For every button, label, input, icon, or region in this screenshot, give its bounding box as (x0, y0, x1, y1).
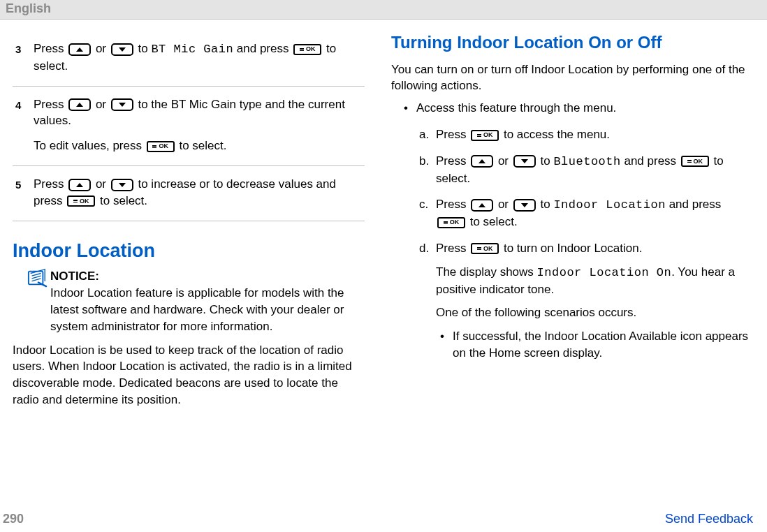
menu-ok-key-icon: OK (67, 195, 95, 207)
mono-text: Indoor Location On (537, 266, 672, 279)
notice-label: NOTICE: (50, 268, 365, 285)
step-item: 3Press or to BT Mic Gain and press OK to… (13, 31, 365, 87)
up-arrow-key-icon (68, 43, 91, 56)
step-body: Press or to the BT Mic Gain type and the… (34, 96, 362, 154)
notice-icon (27, 268, 50, 293)
ok-key-label: OK (483, 246, 493, 252)
sub-step-body: Press or to Indoor Location and press OK… (436, 196, 749, 230)
page-header: English (0, 0, 767, 20)
menu-glyph-icon (73, 200, 78, 202)
inner-bullet-item: •If successful, the Indoor Location Avai… (440, 328, 749, 362)
bullet-text: Access this feature through the menu. (416, 100, 616, 117)
ok-key-label: OK (159, 143, 168, 149)
sub-step-body: Press or to Bluetooth and press OK to se… (436, 153, 749, 187)
notice-body: Indoor Location feature is applicable fo… (50, 286, 344, 333)
ok-key-label: OK (80, 198, 89, 205)
intro-paragraph: You can turn on or turn off Indoor Locat… (391, 61, 749, 95)
step-number: 3 (15, 40, 34, 57)
sub-step-item: b.Press or to Bluetooth and press OK to … (419, 153, 749, 187)
sub-step-body: Press OK to turn on Indoor Location.The … (436, 240, 749, 362)
menu-ok-key-icon: OK (471, 130, 499, 141)
send-feedback-link[interactable]: Send Feedback (665, 512, 753, 526)
menu-glyph-icon (477, 134, 481, 137)
indoor-location-paragraph: Indoor Location is be used to keep track… (13, 342, 365, 408)
notice-block: NOTICE: Indoor Location feature is appli… (27, 268, 365, 334)
sub-step-letter: d. (419, 240, 436, 257)
bullet-dot-icon: • (404, 100, 416, 117)
step-paragraph: Press or to BT Mic Gain and press OK to … (34, 40, 362, 75)
ok-key-label: OK (694, 158, 703, 165)
menu-ok-key-icon: OK (147, 141, 175, 152)
step-paragraph: Press or to increase or to decrease valu… (34, 176, 362, 209)
sub-step-paragraph: One of the following scenarios occurs. (436, 304, 749, 321)
menu-glyph-icon (152, 145, 156, 148)
down-arrow-key-icon (513, 155, 536, 168)
bullet-dot-icon: • (440, 328, 453, 345)
menu-glyph-icon (477, 247, 481, 250)
step-item: 5Press or to increase or to decrease val… (13, 166, 365, 221)
sub-step-paragraph: The display shows Indoor Location On. Yo… (436, 264, 749, 298)
menu-ok-key-icon: OK (437, 217, 465, 228)
menu-ok-key-icon: OK (293, 44, 321, 55)
page-number: 290 (3, 512, 24, 526)
step-number: 5 (15, 176, 34, 192)
sub-step-paragraph: Press or to Bluetooth and press OK to se… (436, 153, 749, 187)
up-arrow-key-icon (471, 199, 493, 212)
inner-bullet-text: If successful, the Indoor Location Avail… (453, 328, 749, 362)
sub-step-item: a.Press OK to access the menu. (419, 126, 749, 143)
ok-key-label: OK (450, 219, 460, 226)
step-item: 4Press or to the BT Mic Gain type and th… (13, 87, 365, 166)
language-label: English (6, 1, 51, 15)
ok-key-label: OK (483, 132, 493, 138)
mono-text: BT Mic Gain (151, 43, 233, 56)
sub-step-paragraph: Press OK to access the menu. (436, 126, 749, 143)
step-number: 4 (15, 96, 34, 112)
down-arrow-key-icon (111, 179, 133, 191)
down-arrow-key-icon (111, 43, 133, 56)
sub-step-letter: b. (419, 153, 436, 170)
down-arrow-key-icon (513, 199, 536, 212)
sub-step-paragraph: Press OK to turn on Indoor Location. (436, 240, 749, 257)
menu-glyph-icon (300, 48, 304, 51)
sub-step-body: Press OK to access the menu. (436, 126, 749, 143)
mono-text: Indoor Location (553, 198, 666, 212)
down-arrow-key-icon (111, 98, 133, 111)
sub-step-letter: c. (419, 196, 436, 213)
up-arrow-key-icon (471, 155, 493, 168)
section-heading-turning-on-off: Turning Indoor Location On or Off (391, 31, 749, 54)
step-list: 3Press or to BT Mic Gain and press OK to… (13, 31, 365, 221)
sub-step-paragraph: Press or to Indoor Location and press OK… (436, 196, 749, 230)
up-arrow-key-icon (68, 179, 91, 191)
page-footer: 290 Send Feedback (0, 512, 767, 532)
ok-key-label: OK (306, 46, 316, 52)
sub-step-letter: a. (419, 126, 436, 143)
menu-ok-key-icon: OK (471, 243, 499, 254)
up-arrow-key-icon (68, 98, 91, 111)
step-body: Press or to BT Mic Gain and press OK to … (34, 40, 362, 75)
left-column: 3Press or to BT Mic Gain and press OK to… (0, 31, 370, 512)
bullet-item: • Access this feature through the menu. (404, 100, 749, 117)
mono-text: Bluetooth (553, 155, 620, 168)
section-heading-indoor-location: Indoor Location (13, 238, 365, 265)
step-paragraph: Press or to the BT Mic Gain type and the… (34, 96, 362, 130)
menu-glyph-icon (444, 221, 448, 224)
sub-step-item: d.Press OK to turn on Indoor Location.Th… (419, 240, 749, 362)
sub-step-item: c.Press or to Indoor Location and press … (419, 196, 749, 230)
menu-ok-key-icon: OK (681, 156, 709, 167)
step-body: Press or to increase or to decrease valu… (34, 176, 362, 209)
step-paragraph: To edit values, press OK to select. (34, 138, 362, 154)
menu-glyph-icon (687, 160, 692, 163)
sub-step-list: a.Press OK to access the menu.b.Press or… (419, 126, 749, 362)
right-column: Turning Indoor Location On or Off You ca… (384, 31, 754, 512)
